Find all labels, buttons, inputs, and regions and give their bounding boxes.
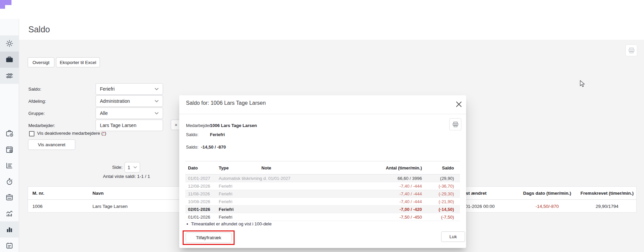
chevron-down-icon (155, 88, 159, 90)
modal-table-header-row: Dato Type Note Antal (timer/min.) Saldo (185, 161, 460, 175)
cell-dato: 01/01-2027 (188, 176, 210, 181)
cell-antal: -7,40 / -444 (400, 184, 422, 189)
cell-type: Feriefri (219, 191, 232, 196)
modal-medarbejder-value: 1006 Lars Tage Larsen (210, 123, 257, 128)
gruppe-select[interactable]: Alle (96, 107, 163, 119)
corner-brand-shape-small (0, 5, 5, 9)
cell-dato: 10/08-2026 (188, 199, 210, 204)
modal-saldo-table: Dato Type Note Antal (timer/min.) Saldo … (185, 161, 460, 221)
gruppe-select-value: Alle (100, 111, 108, 116)
calendar-note-icon (5, 241, 14, 250)
briefcase-icon (5, 55, 14, 64)
saldo-row: 10/08-2026 Feriefri -7,40 / -444 (-21,90… (185, 198, 460, 206)
checkbox-text-end: ) (105, 131, 106, 136)
cell-type: Feriefri (219, 199, 232, 204)
cell-dato: 01/01-2026 (188, 215, 210, 220)
modal-saldo-total-line: Saldo: -14,50 / -870 (186, 145, 226, 150)
modal-saldo-table-body: 01/01-2027 Automatisk tilskrivning d. 01… (185, 175, 460, 221)
chevron-down-icon (133, 166, 137, 168)
modal-medarbejder-label: Medarbejder: (186, 123, 212, 128)
sidebar-item-workforce[interactable] (0, 52, 19, 68)
cell-dato: 11/08-2026 (188, 191, 210, 196)
saldo-filter-label: Saldo: (28, 87, 41, 92)
sidebar-item-adjustments[interactable] (0, 68, 19, 84)
top-app-bar (0, 0, 644, 19)
modal-saldo-label: Saldo: (186, 132, 198, 137)
col-header-fremskrevet: Fremskrevet (timer/min.) (578, 191, 637, 196)
page-number-select[interactable]: 1 (125, 162, 140, 172)
sidebar-item-stopwatch[interactable] (0, 174, 19, 190)
cell-type: Automatisk tilskrivning d. 01/01-2027 (219, 176, 290, 181)
col-header-type: Type (219, 165, 229, 170)
luk-button[interactable]: Luk (441, 231, 465, 242)
saldo-select[interactable]: Feriefri (96, 83, 163, 95)
brightness-icon (5, 39, 14, 48)
modal-print-button[interactable] (449, 118, 461, 130)
medarbejder-filter-label: Medarbejder: (28, 123, 55, 128)
mouse-cursor (580, 80, 585, 87)
modal-saldo-line: Saldo: Feriefri (186, 132, 198, 137)
sidebar-item-calendar-note[interactable] (0, 238, 19, 252)
cell-antal: 66,60 / 3996 (398, 176, 422, 181)
page-header (19, 19, 644, 40)
cell-type: Feriefri (219, 215, 232, 220)
sidebar-item-report-lines[interactable] (0, 157, 19, 174)
show-advanced-button[interactable]: Vis avanceret (28, 139, 75, 150)
col-header-dato: Dato (188, 165, 198, 170)
printer-disabled-icon (628, 47, 635, 54)
show-deactivated-checkbox[interactable] (29, 131, 34, 136)
oversigt-button[interactable]: Oversigt (28, 57, 54, 67)
cell-saldo: (-14,50) (438, 207, 454, 212)
chevron-down-icon (155, 112, 159, 115)
modal-medarbejder-line: Medarbejder: 1006 Lars Tage Larsen (186, 123, 212, 128)
sidebar-item-calendar-add[interactable] (0, 141, 19, 158)
content-print-button[interactable] (625, 44, 637, 56)
cell-saldo: (29,90) (440, 176, 454, 181)
afdeling-select[interactable]: Administration (96, 95, 163, 107)
sidebar-item-bar-chart[interactable] (0, 221, 19, 238)
calendar-card-icon (5, 193, 14, 202)
cell-saldo: (-7,50) (441, 215, 454, 220)
page-number-label: Side: (103, 165, 123, 170)
printer-icon (452, 121, 459, 128)
page-number-value: 1 (128, 165, 130, 170)
briefcase-clock-icon (5, 129, 14, 138)
modal-saldo-total-value: -14,50 / -870 (201, 145, 226, 150)
modal-close-button[interactable] (454, 99, 463, 109)
sidebar-item-trend-chart[interactable] (0, 206, 19, 222)
cell-type: Feriefri (219, 184, 232, 189)
saldo-row: 11/08-2026 Feriefri -7,40 / -444 (-29,30… (185, 190, 460, 198)
corner-brand-shape (0, 0, 11, 5)
cell-dato: 12/08-2026 (188, 184, 210, 189)
trend-chart-icon (5, 209, 14, 218)
saldo-row: 12/08-2026 Feriefri -7,40 / -444 (-36,70… (185, 182, 460, 190)
show-deactivated-label[interactable]: Vis deaktiverede medarbejdere (*) (37, 131, 106, 136)
cell-saldo: (-29,30) (438, 191, 454, 196)
afdeling-filter-label: Afdeling: (28, 99, 46, 104)
result-count-text: Antal viste saldi: 1-1 / 1 (103, 174, 150, 179)
medarbejder-input[interactable]: Lars Tage Larsen (96, 120, 163, 131)
sidebar-item-brightness[interactable] (0, 35, 19, 52)
saldo-row: 01/01-2027 Automatisk tilskrivning d. 01… (185, 175, 460, 182)
col-header-antal: Antal (timer/min.) (386, 165, 422, 170)
sidebar-item-calendar-card[interactable] (0, 189, 19, 206)
cell-fremskrevet: 29,90/1794 (578, 204, 637, 209)
saldo-row: 02/01-2026 Feriefri -7,00 / -420 (-14,50… (185, 206, 460, 213)
page-title: Saldo (28, 25, 50, 34)
col-header-note: Note (249, 165, 283, 170)
add-subtract-button[interactable]: Tilføj/fratræk (186, 232, 232, 243)
cell-mnr: 1006 (32, 204, 43, 209)
saldo-row: 01/01-2026 Feriefri -7,50 / -450 (-7,50) (185, 213, 460, 221)
modal-saldo-value: Feriefri (210, 132, 225, 137)
cell-dato: 02/01-2026 (188, 207, 210, 212)
export-excel-button[interactable]: Eksporter til Excel (56, 57, 100, 67)
sidebar-item-briefcase-clock[interactable] (0, 125, 19, 141)
cell-type: Feriefri (219, 207, 234, 212)
cell-navn: Lars Tage Larsen (92, 204, 128, 209)
cell-saldo: (-36,70) (438, 184, 454, 189)
col-header-mnr: M. nr. (32, 191, 44, 196)
close-icon (456, 101, 462, 107)
modal-footnote: Timeantallet er afrundet og vist i 100-d… (187, 221, 272, 226)
cell-antal: -7,40 / -444 (400, 191, 422, 196)
gruppe-filter-label: Gruppe: (28, 111, 45, 116)
